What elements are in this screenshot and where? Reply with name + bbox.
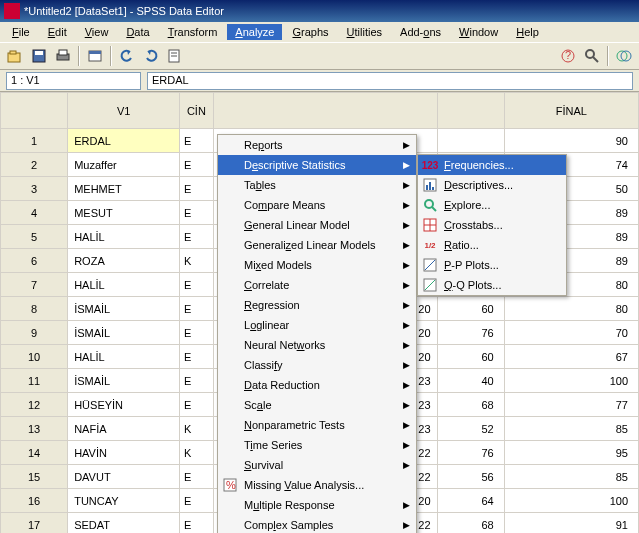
- row-header[interactable]: 16: [1, 489, 68, 513]
- menu-classify[interactable]: Classify▶: [218, 355, 416, 375]
- variables-button[interactable]: ?: [557, 45, 579, 67]
- cell-mid2[interactable]: 76: [437, 321, 504, 345]
- menu-mixed-models[interactable]: Mixed Models▶: [218, 255, 416, 275]
- undo-button[interactable]: [116, 45, 138, 67]
- menu-view[interactable]: View: [77, 24, 117, 40]
- find-button[interactable]: [581, 45, 603, 67]
- cell-final[interactable]: 90: [504, 129, 638, 153]
- menu-compare-means[interactable]: Compare Means▶: [218, 195, 416, 215]
- cell-v1[interactable]: TUNCAY: [68, 489, 180, 513]
- row-header[interactable]: 8: [1, 297, 68, 321]
- cell-final[interactable]: 91: [504, 513, 638, 534]
- cell-cin[interactable]: E: [180, 465, 214, 489]
- cell-cin[interactable]: E: [180, 201, 214, 225]
- data-grid[interactable]: V1 CİN FİNAL 1ERDALE902MuzafferE743MEHME…: [0, 92, 639, 533]
- row-header[interactable]: 14: [1, 441, 68, 465]
- cell-v1[interactable]: DAVUT: [68, 465, 180, 489]
- menu-loglinear[interactable]: Loglinear▶: [218, 315, 416, 335]
- cell-cin[interactable]: E: [180, 489, 214, 513]
- cell-v1[interactable]: MESUT: [68, 201, 180, 225]
- menu-reports[interactable]: Reports▶: [218, 135, 416, 155]
- cell-mid2[interactable]: 60: [437, 345, 504, 369]
- row-header[interactable]: 10: [1, 345, 68, 369]
- menu-scale[interactable]: Scale▶: [218, 395, 416, 415]
- cell-v1[interactable]: ERDAL: [68, 129, 180, 153]
- cell-v1[interactable]: HÜSEYİN: [68, 393, 180, 417]
- row-header[interactable]: 2: [1, 153, 68, 177]
- menu-data[interactable]: Data: [118, 24, 157, 40]
- row-header[interactable]: 5: [1, 225, 68, 249]
- menu-time-series[interactable]: Time Series▶: [218, 435, 416, 455]
- menu-descriptives[interactable]: Descriptives...: [418, 175, 566, 195]
- cell-cin[interactable]: E: [180, 345, 214, 369]
- row-header[interactable]: 4: [1, 201, 68, 225]
- menu-help[interactable]: Help: [508, 24, 547, 40]
- column-header-cin[interactable]: CİN: [180, 93, 214, 129]
- cell-final[interactable]: 85: [504, 465, 638, 489]
- cell-cin[interactable]: E: [180, 513, 214, 534]
- menu-generalized-linear-models[interactable]: Generalized Linear Models▶: [218, 235, 416, 255]
- cell-value-box[interactable]: ERDAL: [147, 72, 633, 90]
- cell-v1[interactable]: Muzaffer: [68, 153, 180, 177]
- cell-mid2[interactable]: [437, 129, 504, 153]
- menu-pp-plots[interactable]: P-P Plots...: [418, 255, 566, 275]
- cell-v1[interactable]: HALİL: [68, 345, 180, 369]
- cell-cin[interactable]: E: [180, 321, 214, 345]
- column-header-final[interactable]: FİNAL: [504, 93, 638, 129]
- cell-v1[interactable]: SEDAT: [68, 513, 180, 534]
- cell-final[interactable]: 85: [504, 417, 638, 441]
- row-header[interactable]: 7: [1, 273, 68, 297]
- column-header-hidden2[interactable]: [437, 93, 504, 129]
- row-header[interactable]: 6: [1, 249, 68, 273]
- row-header[interactable]: 17: [1, 513, 68, 534]
- cell-final[interactable]: 100: [504, 489, 638, 513]
- menu-neural-networks[interactable]: Neural Networks▶: [218, 335, 416, 355]
- cell-final[interactable]: 77: [504, 393, 638, 417]
- cell-cin[interactable]: E: [180, 129, 214, 153]
- menu-general-linear-model[interactable]: General Linear Model▶: [218, 215, 416, 235]
- save-button[interactable]: [28, 45, 50, 67]
- row-header[interactable]: 9: [1, 321, 68, 345]
- cell-mid2[interactable]: 60: [437, 297, 504, 321]
- cell-v1[interactable]: ROZA: [68, 249, 180, 273]
- dialog-recall-button[interactable]: [84, 45, 106, 67]
- cell-final[interactable]: 100: [504, 369, 638, 393]
- menu-edit[interactable]: Edit: [40, 24, 75, 40]
- print-button[interactable]: [52, 45, 74, 67]
- open-button[interactable]: [4, 45, 26, 67]
- row-header[interactable]: 15: [1, 465, 68, 489]
- menu-explore[interactable]: Explore...: [418, 195, 566, 215]
- cell-name-box[interactable]: 1 : V1: [6, 72, 141, 90]
- cell-v1[interactable]: HAVİN: [68, 441, 180, 465]
- cell-cin[interactable]: E: [180, 369, 214, 393]
- menu-window[interactable]: Window: [451, 24, 506, 40]
- cell-v1[interactable]: NAFİA: [68, 417, 180, 441]
- menu-graphs[interactable]: Graphs: [284, 24, 336, 40]
- use-sets-button[interactable]: [613, 45, 635, 67]
- cell-v1[interactable]: İSMAİL: [68, 297, 180, 321]
- column-header-v1[interactable]: V1: [68, 93, 180, 129]
- redo-button[interactable]: [140, 45, 162, 67]
- cell-cin[interactable]: K: [180, 417, 214, 441]
- cell-final[interactable]: 67: [504, 345, 638, 369]
- goto-case-button[interactable]: [164, 45, 186, 67]
- row-header[interactable]: 3: [1, 177, 68, 201]
- menu-frequencies[interactable]: 123Frequencies...: [418, 155, 566, 175]
- cell-cin[interactable]: E: [180, 297, 214, 321]
- cell-v1[interactable]: İSMAİL: [68, 321, 180, 345]
- row-header[interactable]: 11: [1, 369, 68, 393]
- cell-final[interactable]: 80: [504, 297, 638, 321]
- cell-v1[interactable]: HALİL: [68, 273, 180, 297]
- cell-cin[interactable]: E: [180, 273, 214, 297]
- menu-ratio[interactable]: 1/2Ratio...: [418, 235, 566, 255]
- menu-utilities[interactable]: Utilities: [339, 24, 390, 40]
- menu-file[interactable]: File: [4, 24, 38, 40]
- cell-mid2[interactable]: 40: [437, 369, 504, 393]
- cell-mid2[interactable]: 68: [437, 513, 504, 534]
- cell-cin[interactable]: E: [180, 225, 214, 249]
- menu-crosstabs[interactable]: Crosstabs...: [418, 215, 566, 235]
- cell-v1[interactable]: İSMAİL: [68, 369, 180, 393]
- row-header[interactable]: 12: [1, 393, 68, 417]
- cell-cin[interactable]: E: [180, 177, 214, 201]
- menu-missing-value-analysis[interactable]: %Missing Value Analysis...: [218, 475, 416, 495]
